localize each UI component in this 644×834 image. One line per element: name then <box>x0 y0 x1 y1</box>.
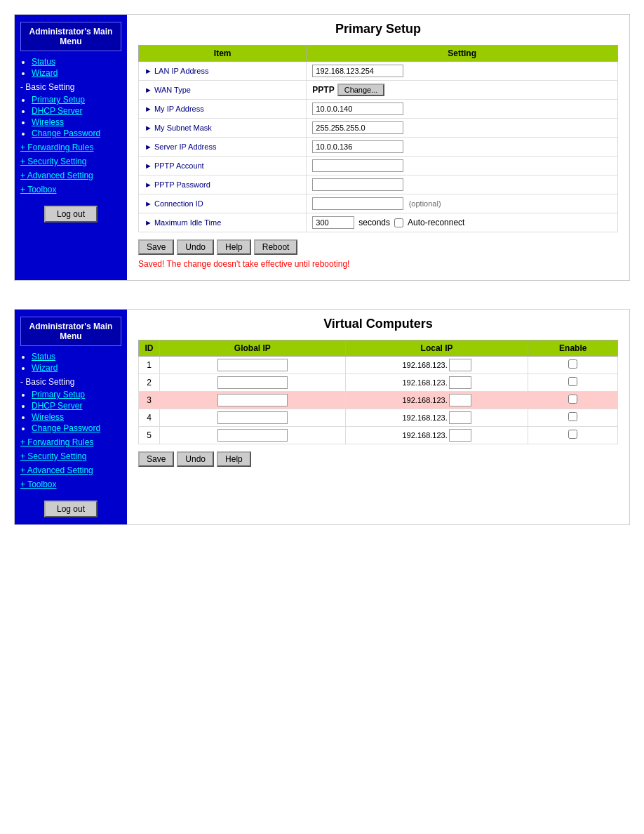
sidebar-2-wizard-link[interactable]: Wizard <box>32 363 58 373</box>
sidebar-2-toolbox-section: + Toolbox <box>20 479 121 489</box>
sidebar-1-dhcp-link[interactable]: DHCP Server <box>32 106 82 116</box>
label-pptp-account: ► PPTP Account <box>139 157 307 176</box>
value-my-ip <box>307 100 618 119</box>
seconds-label: seconds <box>358 218 390 227</box>
vc-enable-checkbox-3[interactable] <box>568 412 577 421</box>
vc-global-input-1[interactable] <box>217 376 288 389</box>
sidebar-2-changepass-link[interactable]: Change Password <box>32 423 100 433</box>
save-button-1[interactable]: Save <box>138 239 174 255</box>
vc-col-enable-header: Enable <box>528 340 618 357</box>
sidebar-2-dhcp-link[interactable]: DHCP Server <box>32 401 82 411</box>
table-row: ► PPTP Password <box>139 176 618 194</box>
vc-enable-checkbox-2[interactable] <box>568 395 577 404</box>
sidebar-1-changepass-item: Change Password <box>32 128 121 138</box>
vc-enable-checkbox-1[interactable] <box>568 377 577 386</box>
input-lan-ip[interactable] <box>312 65 403 77</box>
sidebar-1-basic-label: - Basic Setting <box>20 82 74 92</box>
vc-local-prefix-0: 192.168.123. <box>402 361 447 369</box>
label-my-ip: ► My IP Address <box>139 100 307 119</box>
vc-col-global-header: Global IP <box>160 340 346 357</box>
label-subnet: ► My Subnet Mask <box>139 119 307 138</box>
sidebar-1-logout-button[interactable]: Log out <box>44 206 98 223</box>
vc-global-input-4[interactable] <box>217 429 288 442</box>
vc-local-input-3[interactable] <box>449 411 471 424</box>
page-wrapper: Administrator's Main Menu Status Wizard … <box>14 14 630 525</box>
table-row: ► WAN Type PPTP Change... <box>139 81 618 100</box>
value-lan-ip <box>307 62 618 81</box>
table-row: ► LAN IP Address <box>139 62 618 81</box>
sidebar-1-toolbox-label[interactable]: + Toolbox <box>20 185 57 194</box>
input-subnet[interactable] <box>312 121 403 134</box>
sidebar-2-security-label[interactable]: + Security Setting <box>20 451 86 461</box>
change-wan-button[interactable]: Change... <box>337 84 385 96</box>
reboot-button-1[interactable]: Reboot <box>254 239 298 255</box>
sidebar-1-dhcp-item: DHCP Server <box>32 106 121 116</box>
sidebar-1-primary-setup-item: Primary Setup <box>32 95 121 105</box>
vc-row-local-2: 192.168.123. <box>345 392 528 409</box>
auto-reconnect-checkbox[interactable] <box>394 218 403 227</box>
sidebar-2-advanced-label[interactable]: + Advanced Setting <box>20 465 93 475</box>
action-buttons-2: Save Undo Help <box>138 451 618 467</box>
input-server-ip[interactable] <box>312 140 403 153</box>
sidebar-2-basic-label: - Basic Setting <box>20 377 74 387</box>
vc-local-input-0[interactable] <box>449 359 471 371</box>
value-idle-time: seconds Auto-reconnect <box>307 213 618 232</box>
value-connection-id: (optional) <box>307 194 618 213</box>
vc-local-input-4[interactable] <box>449 429 471 442</box>
sidebar-1-top-links: Status Wizard <box>20 57 121 78</box>
vc-global-input-3[interactable] <box>217 411 288 424</box>
vc-enable-checkbox-4[interactable] <box>568 430 577 439</box>
sidebar-1-security-label[interactable]: + Security Setting <box>20 157 86 166</box>
sidebar-1-wizard-item: Wizard <box>32 68 121 78</box>
table-row: 2192.168.123. <box>139 374 618 392</box>
table-row: ► My IP Address <box>139 100 618 119</box>
sidebar-1-status-link[interactable]: Status <box>32 57 55 67</box>
vc-row-local-1: 192.168.123. <box>345 374 528 392</box>
sidebar-2-wireless-link[interactable]: Wireless <box>32 412 64 422</box>
input-pptp-password[interactable] <box>312 178 403 191</box>
sidebar-2-forwarding-label[interactable]: + Forwarding Rules <box>20 437 93 447</box>
vc-enable-checkbox-0[interactable] <box>568 359 577 369</box>
section-virtual-computers: Administrator's Main Menu Status Wizard … <box>14 309 630 525</box>
optional-label: (optional) <box>409 199 441 208</box>
sidebar-2-primary-setup-link[interactable]: Primary Setup <box>32 390 85 399</box>
table-row: 3192.168.123. <box>139 392 618 409</box>
undo-button-1[interactable]: Undo <box>177 239 214 255</box>
sidebar-1: Administrator's Main Menu Status Wizard … <box>15 15 127 280</box>
vc-row-global-0 <box>160 357 346 374</box>
main-content-1: Primary Setup Item Setting ► LAN IP Addr… <box>127 15 629 280</box>
help-button-1[interactable]: Help <box>217 239 251 255</box>
vc-local-input-1[interactable] <box>449 376 471 389</box>
table-row: ► Connection ID (optional) <box>139 194 618 213</box>
input-idle-time[interactable] <box>312 216 354 229</box>
sidebar-1-changepass-link[interactable]: Change Password <box>32 128 100 138</box>
vc-col-local-header: Local IP <box>345 340 528 357</box>
vc-local-input-2[interactable] <box>449 394 471 406</box>
sidebar-1-advanced-label[interactable]: + Advanced Setting <box>20 171 93 180</box>
help-button-2[interactable]: Help <box>217 451 251 467</box>
label-connection-id: ► Connection ID <box>139 194 307 213</box>
vc-global-input-0[interactable] <box>217 359 288 371</box>
section-primary-setup: Administrator's Main Menu Status Wizard … <box>14 14 630 281</box>
sidebar-2-title: Administrator's Main Menu <box>20 317 121 346</box>
sidebar-2-logout-button[interactable]: Log out <box>44 501 98 517</box>
sidebar-1-title: Administrator's Main Menu <box>20 22 121 51</box>
col-setting-header: Setting <box>307 46 618 62</box>
sidebar-1-wireless-link[interactable]: Wireless <box>32 117 64 127</box>
input-my-ip[interactable] <box>312 102 403 115</box>
vc-row-id-2: 3 <box>139 392 160 409</box>
sidebar-1-primary-setup-link[interactable]: Primary Setup <box>32 95 85 105</box>
vc-global-input-2[interactable] <box>217 394 288 406</box>
sidebar-1-wizard-link[interactable]: Wizard <box>32 68 58 78</box>
input-pptp-account[interactable] <box>312 159 403 172</box>
saved-message: Saved! The change doesn't take effective… <box>138 259 618 269</box>
sidebar-1-forwarding-label[interactable]: + Forwarding Rules <box>20 143 93 152</box>
save-button-2[interactable]: Save <box>138 451 174 467</box>
vc-row-enable-1 <box>528 374 618 392</box>
sidebar-2-changepass-item: Change Password <box>32 423 121 433</box>
undo-button-2[interactable]: Undo <box>177 451 214 467</box>
input-connection-id[interactable] <box>312 197 403 210</box>
table-row: ► Maximum Idle Time seconds Auto-reconne… <box>139 213 618 232</box>
sidebar-2-toolbox-label[interactable]: + Toolbox <box>20 479 57 489</box>
sidebar-2-status-link[interactable]: Status <box>32 352 55 362</box>
